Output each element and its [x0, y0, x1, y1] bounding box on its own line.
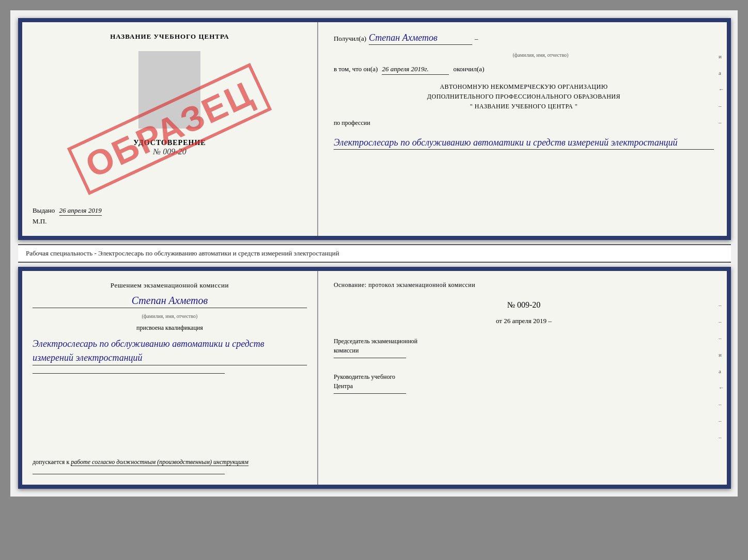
vtom-date: 26 апреля 2019г. — [382, 65, 449, 75]
org-line1: АВТОНОМНУЮ НЕКОММЕРЧЕСКУЮ ОРГАНИЗАЦИЮ — [334, 82, 714, 92]
vtom-line: в том, что он(а) 26 апреля 2019г. окончи… — [334, 65, 714, 75]
dopuskaetsya-line: допускается к работе согласно должностны… — [33, 458, 307, 466]
right-sidebar-marks-bottom: – – – и а ← – – – — [719, 302, 724, 440]
osnovanie-text: Основание: протокол экзаменационной коми… — [334, 281, 714, 289]
mark-dash1: – — [719, 103, 724, 109]
mark-i: и — [719, 53, 724, 59]
mark-i-b: и — [719, 351, 724, 358]
predsedatel-block: Председатель экзаменационной комиссии — [334, 337, 714, 361]
middle-text: Рабочая специальность - Электрослесарь п… — [18, 244, 731, 263]
bottom-certificate: Решением экзаменационной комиссии Степан… — [18, 267, 731, 489]
mark-dash-b3: – — [719, 335, 724, 341]
udostoverenie-title: УДОСТОВЕРЕНИЕ — [133, 139, 206, 147]
predsedatel-sign-line — [334, 358, 406, 358]
mark-dash-b5: – — [719, 418, 724, 424]
vtom-label: в том, что он(а) — [334, 65, 378, 73]
osnovanie-block: Основание: протокол экзаменационной коми… — [334, 281, 714, 289]
rukovoditel-sign-line — [334, 393, 406, 394]
vydano-date: 26 апреля 2019 — [59, 206, 102, 216]
photo-placeholder — [138, 51, 200, 129]
name-bottom: Степан Ахметов — [33, 295, 307, 308]
mark-dash-b6: – — [719, 434, 724, 440]
org-block: АВТОНОМНУЮ НЕКОММЕРЧЕСКУЮ ОРГАНИЗАЦИЮ ДО… — [334, 82, 714, 112]
bottom-left: Решением экзаменационной комиссии Степан… — [22, 271, 318, 485]
ot-dash: – — [548, 317, 552, 325]
ot-date-value: 26 апреля 2019 — [504, 317, 547, 325]
mark-arrow-b: ← — [719, 385, 724, 391]
page-background: НАЗВАНИЕ УЧЕБНОГО ЦЕНТРА УДОСТОВЕРЕНИЕ №… — [10, 10, 738, 497]
cert-left: НАЗВАНИЕ УЧЕБНОГО ЦЕНТРА УДОСТОВЕРЕНИЕ №… — [22, 22, 318, 236]
dopuskaetsya-underline: работе согласно должностным (производств… — [71, 458, 248, 466]
org-line3: " НАЗВАНИЕ УЧЕБНОГО ЦЕНТРА " — [334, 102, 714, 111]
org-line2: ДОПОЛНИТЕЛЬНОГО ПРОФЕССИОНАЛЬНОГО ОБРАЗО… — [334, 92, 714, 102]
mark-dash-b1: – — [719, 302, 724, 308]
qualification-name-bottom: Электрослесарь по обслуживанию автоматик… — [33, 337, 307, 365]
top-certificate: НАЗВАНИЕ УЧЕБНОГО ЦЕНТРА УДОСТОВЕРЕНИЕ №… — [18, 18, 731, 240]
vydano-label: Выдано — [33, 206, 55, 214]
rukovoditel-line2: Центра — [334, 381, 714, 391]
mark-dash-b4: – — [719, 401, 724, 407]
mp-line: М.П. — [33, 217, 307, 226]
cert-school-title: НАЗВАНИЕ УЧЕБНОГО ЦЕНТРА — [110, 33, 229, 41]
resheniem-text: Решением экзаменационной комиссии — [33, 281, 307, 290]
predsedatel-line1: Председатель экзаменационной — [334, 337, 714, 346]
okoncil-label: окончил(а) — [453, 65, 484, 73]
document-wrapper: НАЗВАНИЕ УЧЕБНОГО ЦЕНТРА УДОСТОВЕРЕНИЕ №… — [18, 18, 731, 489]
ot-date: от 26 апреля 2019 – — [334, 317, 714, 325]
mark-dash-b2: – — [719, 318, 724, 325]
sign-line-bottom2 — [33, 474, 225, 474]
vydano-line: Выдано 26 апреля 2019 — [33, 206, 307, 215]
predsedatel-line2: комиссии — [334, 346, 714, 355]
poluchil-name: Степан Ахметов — [369, 33, 472, 45]
bottom-right: Основание: протокол экзаменационной коми… — [318, 271, 727, 485]
poluchil-line: Получил(а) Степан Ахметов – — [334, 33, 714, 45]
dopuskaetsya-prefix: допускается к — [33, 458, 69, 466]
mark-dash2: – — [719, 119, 724, 125]
poluchil-label: Получил(а) — [334, 35, 366, 43]
rukovoditel-line1: Руководитель учебного — [334, 372, 714, 381]
right-sidebar-marks-top: и а ← – – — [719, 53, 724, 125]
prisvoena-text: присвоена квалификация — [33, 324, 307, 332]
mark-arrow: ← — [719, 86, 724, 92]
mark-a: а — [719, 70, 724, 76]
protocol-number: № 009-20 — [334, 300, 714, 310]
cert-number: № 009-20 — [153, 147, 186, 156]
ot-label: от — [496, 317, 502, 325]
mark-a-b: а — [719, 368, 724, 374]
po-professii-label: по профессии — [334, 119, 714, 127]
fio-hint-top: (фамилия, имя, отчество) — [367, 52, 714, 58]
cert-right: Получил(а) Степан Ахметов – (фамилия, им… — [318, 22, 727, 236]
fio-hint-bottom: (фамилия, имя, отчество) — [33, 313, 307, 319]
rukovoditel-block: Руководитель учебного Центра — [334, 372, 714, 396]
sign-line-bottom — [33, 373, 225, 374]
profession-name-top: Электрослесарь по обслуживанию автоматик… — [334, 136, 714, 150]
